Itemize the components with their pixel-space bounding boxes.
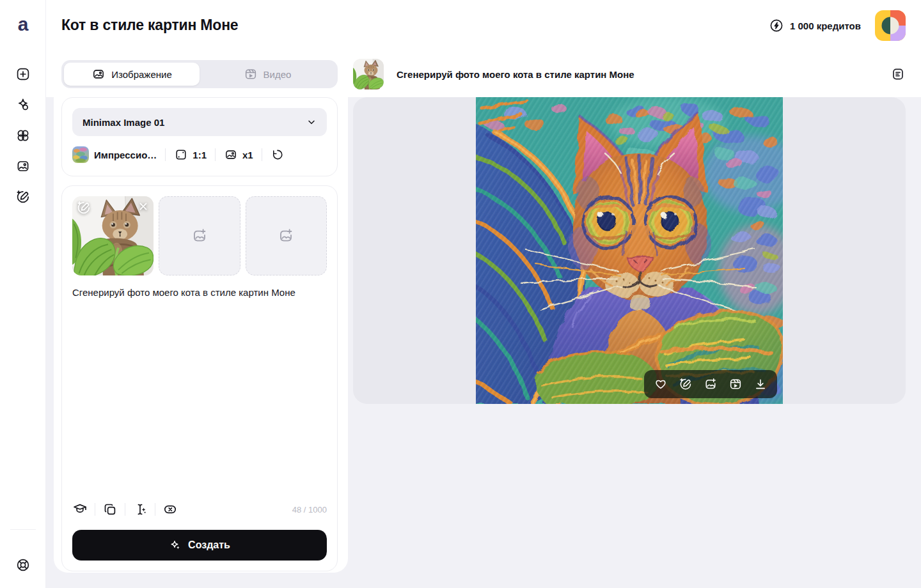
add-image-icon bbox=[704, 377, 718, 391]
image-count-icon bbox=[224, 148, 238, 162]
download-icon bbox=[753, 377, 767, 391]
ai-edit-pen-icon[interactable] bbox=[15, 189, 31, 205]
sparkles-icon bbox=[169, 539, 182, 552]
copy-prompt-button[interactable] bbox=[102, 502, 118, 517]
apps-clover-icon[interactable] bbox=[15, 128, 31, 143]
reels-icon bbox=[244, 67, 258, 81]
details-icon bbox=[890, 66, 906, 82]
credits-badge[interactable]: 1 000 кредитов bbox=[769, 18, 861, 33]
aspect-ratio-select[interactable]: 1:1 bbox=[174, 148, 207, 162]
image-icon bbox=[91, 67, 106, 81]
clear-icon bbox=[162, 502, 178, 517]
style-preview-thumb bbox=[72, 146, 89, 163]
user-avatar[interactable] bbox=[875, 10, 906, 41]
media-type-tabs: Изображение Видео bbox=[61, 60, 338, 88]
create-button[interactable]: Создать bbox=[72, 530, 327, 561]
credits-label: 1 000 кредитов bbox=[790, 20, 861, 31]
app-window: a Кот в стиле картин Моне bbox=[0, 0, 921, 588]
app-logo[interactable]: a bbox=[0, 13, 46, 36]
sidebar-divider bbox=[10, 529, 36, 530]
aspect-ratio-icon bbox=[174, 148, 188, 162]
result-panel bbox=[353, 97, 906, 404]
aspect-ratio-value: 1:1 bbox=[193, 150, 207, 160]
image-actions-bar bbox=[644, 370, 777, 398]
generated-image[interactable] bbox=[476, 97, 783, 404]
create-button-label: Создать bbox=[188, 539, 230, 551]
remove-image-icon[interactable] bbox=[137, 200, 150, 213]
credits-bolt-icon bbox=[769, 18, 784, 33]
page-title: Кот в стиле картин Моне bbox=[61, 17, 238, 34]
generation-details-button[interactable] bbox=[890, 66, 906, 82]
tab-image-label: Изображение bbox=[111, 69, 172, 80]
model-settings-card: Minimax Image 01 Импрессио… 1:1 x1 bbox=[61, 97, 338, 176]
tab-video[interactable]: Видео bbox=[200, 63, 335, 86]
char-counter: 48 / 1000 bbox=[292, 505, 327, 514]
add-project-icon[interactable] bbox=[15, 66, 31, 82]
uploaded-reference-image[interactable] bbox=[72, 196, 154, 275]
style-select[interactable]: Импрессио… bbox=[72, 146, 157, 163]
prompt-input[interactable]: Сгенерируй фото моего кота в стиле карти… bbox=[72, 286, 327, 311]
learn-tips-button[interactable] bbox=[72, 502, 88, 517]
clear-prompt-button[interactable] bbox=[162, 502, 178, 517]
model-select[interactable]: Minimax Image 01 bbox=[72, 108, 327, 136]
reset-icon bbox=[271, 148, 285, 162]
download-button[interactable] bbox=[753, 377, 767, 391]
add-image-icon bbox=[191, 228, 208, 244]
edit-image-icon[interactable] bbox=[76, 200, 91, 215]
text-enhance-icon bbox=[132, 502, 148, 517]
like-button[interactable] bbox=[654, 377, 668, 391]
sidebar: a bbox=[0, 0, 46, 588]
heart-icon bbox=[654, 377, 668, 391]
chevron-down-icon bbox=[305, 116, 318, 128]
images-count-value: x1 bbox=[242, 150, 253, 160]
graduation-cap-icon bbox=[72, 502, 88, 517]
enhance-prompt-button[interactable] bbox=[132, 502, 148, 517]
make-video-button[interactable] bbox=[728, 377, 743, 391]
model-name: Minimax Image 01 bbox=[83, 117, 164, 128]
tab-video-label: Видео bbox=[264, 69, 292, 80]
shapes-sparkle-icon[interactable] bbox=[15, 97, 31, 112]
copy-icon bbox=[102, 502, 118, 517]
message-text: Сгенерируй фото моего кота в стиле карти… bbox=[397, 69, 878, 80]
images-count-select[interactable]: x1 bbox=[224, 148, 253, 162]
edit-result-button[interactable] bbox=[679, 377, 693, 391]
message-reference-thumbnail[interactable] bbox=[353, 59, 384, 89]
reset-settings-button[interactable] bbox=[271, 148, 285, 162]
add-image-icon bbox=[278, 228, 294, 244]
help-buoy-icon[interactable] bbox=[15, 557, 31, 573]
gallery-icon[interactable] bbox=[15, 159, 31, 174]
add-image-slot[interactable] bbox=[246, 196, 327, 275]
tab-image[interactable]: Изображение bbox=[64, 63, 200, 86]
reels-icon bbox=[728, 377, 743, 391]
ai-edit-pen-icon bbox=[679, 377, 693, 391]
use-as-reference-button[interactable] bbox=[704, 377, 718, 391]
chat-message-row: Сгенерируй фото моего кота в стиле карти… bbox=[353, 59, 906, 89]
add-image-slot[interactable] bbox=[159, 196, 240, 275]
style-label: Импрессио… bbox=[94, 150, 157, 160]
prompt-card: Сгенерируй фото моего кота в стиле карти… bbox=[61, 185, 338, 571]
